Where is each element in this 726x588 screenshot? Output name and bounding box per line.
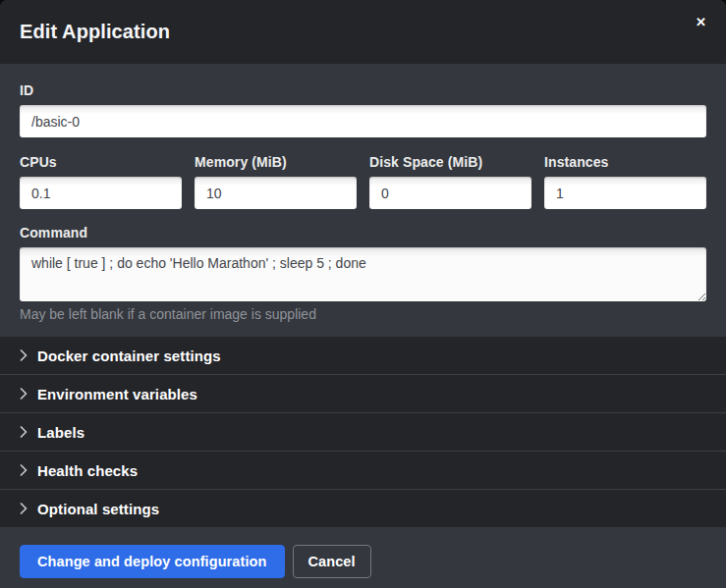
id-input[interactable] <box>20 105 706 137</box>
id-field-group: ID <box>20 82 706 137</box>
instances-input[interactable] <box>544 177 706 209</box>
modal-footer: Change and deploy configuration Cancel <box>0 527 726 588</box>
memory-input[interactable] <box>195 177 357 209</box>
cpus-input[interactable] <box>20 177 182 209</box>
edit-application-modal: Edit Application ✕ ID CPUs Memory (MiB) … <box>0 0 726 588</box>
section-environment-variables[interactable]: Environment variables <box>0 374 726 412</box>
modal-title: Edit Application <box>20 21 170 43</box>
collapsible-sections: Docker container settings Environment va… <box>0 337 726 527</box>
section-label: Labels <box>37 424 84 441</box>
chevron-right-icon <box>20 349 28 361</box>
section-label: Environment variables <box>37 386 197 402</box>
section-label: Health checks <box>37 462 138 479</box>
close-button[interactable]: ✕ <box>690 12 712 32</box>
section-labels[interactable]: Labels <box>0 412 726 451</box>
chevron-right-icon <box>20 388 28 400</box>
chevron-right-icon <box>20 464 28 476</box>
command-help-text: May be left blank if a container image i… <box>20 306 706 322</box>
resources-row: CPUs Memory (MiB) Disk Space (MiB) Insta… <box>20 154 706 209</box>
disk-input[interactable] <box>369 177 531 209</box>
modal-header: Edit Application ✕ <box>0 0 726 64</box>
section-label: Optional settings <box>37 501 159 517</box>
section-docker-container-settings[interactable]: Docker container settings <box>0 337 726 374</box>
command-field-group: Command while [ true ] ; do echo 'Hello … <box>20 225 706 322</box>
id-label: ID <box>20 82 706 98</box>
memory-field-group: Memory (MiB) <box>195 154 357 209</box>
disk-label: Disk Space (MiB) <box>369 154 531 170</box>
cpus-label: CPUs <box>20 154 182 170</box>
section-health-checks[interactable]: Health checks <box>0 451 726 489</box>
command-label: Command <box>20 225 706 241</box>
change-and-deploy-button[interactable]: Change and deploy configuration <box>20 545 285 578</box>
section-optional-settings[interactable]: Optional settings <box>0 489 726 527</box>
edit-application-form: ID CPUs Memory (MiB) Disk Space (MiB) In… <box>0 64 726 337</box>
close-icon: ✕ <box>696 15 706 29</box>
chevron-right-icon <box>20 503 28 514</box>
section-label: Docker container settings <box>37 347 221 364</box>
chevron-right-icon <box>20 426 28 438</box>
memory-label: Memory (MiB) <box>195 154 357 170</box>
command-textarea[interactable]: while [ true ] ; do echo 'Hello Marathon… <box>20 247 706 301</box>
disk-field-group: Disk Space (MiB) <box>369 154 531 209</box>
instances-label: Instances <box>544 154 706 170</box>
instances-field-group: Instances <box>544 154 706 209</box>
cpus-field-group: CPUs <box>20 154 182 209</box>
cancel-button[interactable]: Cancel <box>293 545 371 578</box>
